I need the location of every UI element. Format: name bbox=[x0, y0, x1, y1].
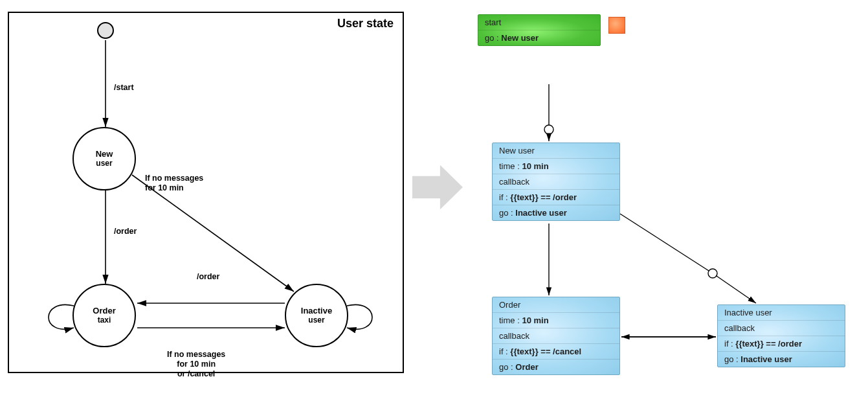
edge-label-no-msg-bottom: If no messages for 10 min or /cancel bbox=[167, 350, 225, 379]
node-inactive-if: if : {{text}} == /order bbox=[718, 336, 845, 351]
panel-title: User state bbox=[337, 17, 394, 30]
state-new-user: New user bbox=[72, 127, 136, 190]
node-order-go: go : Order bbox=[493, 359, 619, 374]
node-inactive: Inactive user callback if : {{text}} == … bbox=[717, 304, 845, 367]
node-new-user: New user time : 10 min callback if : {{t… bbox=[492, 143, 620, 221]
state-diagram-panel: User state New user Order taxi Inactive … bbox=[8, 12, 404, 373]
svg-point-6 bbox=[544, 125, 553, 134]
node-order-callback: callback bbox=[493, 328, 619, 343]
edge-label-order-down: /order bbox=[114, 227, 137, 236]
node-inactive-title: Inactive user bbox=[718, 305, 845, 320]
edge-label-no-msg-top: If no messages for 10 min bbox=[145, 174, 203, 193]
node-start-title: start bbox=[478, 15, 600, 30]
svg-point-10 bbox=[708, 269, 717, 278]
state-order-subtitle: taxi bbox=[74, 316, 135, 325]
node-order-if: if : {{text}} == /cancel bbox=[493, 343, 619, 359]
state-new-user-title: New bbox=[74, 150, 135, 159]
state-new-user-subtitle: user bbox=[74, 159, 135, 168]
node-new-user-if: if : {{text}} == /order bbox=[493, 189, 619, 205]
edge-label-order-mid: /order bbox=[197, 272, 219, 282]
node-new-user-go: go : Inactive user bbox=[493, 205, 619, 220]
node-inactive-callback: callback bbox=[718, 320, 845, 336]
state-inactive-title: Inactive bbox=[286, 306, 347, 316]
transform-arrow-icon bbox=[412, 162, 463, 212]
node-inactive-go: go : Inactive user bbox=[718, 351, 845, 367]
edge-label-start: /start bbox=[114, 83, 134, 93]
state-order: Order taxi bbox=[72, 284, 136, 347]
initial-state-dot bbox=[97, 22, 114, 39]
svg-line-9 bbox=[620, 214, 709, 271]
node-start: start go : New user bbox=[478, 14, 601, 46]
node-new-user-callback: callback bbox=[493, 174, 619, 189]
node-order: Order time : 10 min callback if : {{text… bbox=[492, 297, 620, 375]
node-new-user-time: time : 10 min bbox=[493, 158, 619, 174]
state-inactive: Inactive user bbox=[285, 284, 348, 347]
node-order-time: time : 10 min bbox=[493, 312, 619, 328]
state-inactive-subtitle: user bbox=[286, 316, 347, 325]
node-start-go: go : New user bbox=[478, 30, 600, 45]
node-order-title: Order bbox=[493, 297, 619, 312]
svg-line-11 bbox=[717, 276, 756, 303]
node-start-marker-icon bbox=[608, 17, 625, 34]
node-new-user-title: New user bbox=[493, 143, 619, 158]
state-order-title: Order bbox=[74, 306, 135, 316]
